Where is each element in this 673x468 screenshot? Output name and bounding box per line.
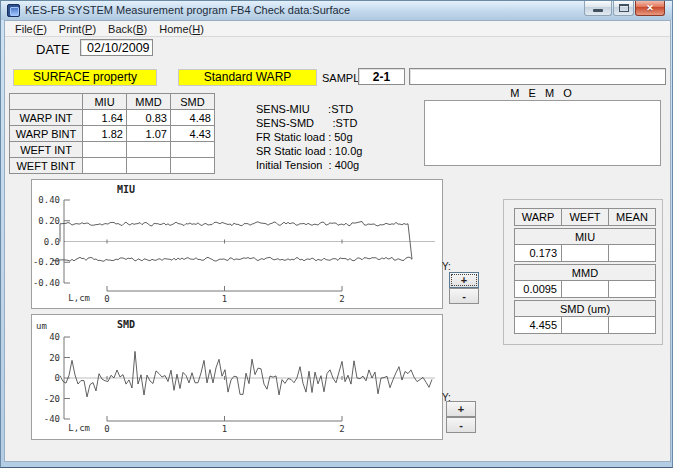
value-cell: 1.64	[83, 110, 127, 126]
result-col-weft: WEFT	[562, 209, 609, 226]
value-cell	[171, 142, 215, 158]
row-label: WARP INT	[10, 110, 83, 126]
result-section-mmd: MMD	[515, 265, 656, 281]
value-cell	[562, 317, 609, 334]
y-tick-label: 40	[49, 332, 60, 342]
minimize-icon	[593, 9, 603, 12]
y-tick-label: 0.0	[44, 237, 60, 247]
row-label: WARP BINT	[10, 126, 83, 142]
result-values-smd: 4.455	[515, 317, 656, 334]
x-tick-label: 0	[104, 424, 109, 434]
menu-item-back[interactable]: Back(B)	[102, 22, 153, 36]
miu-chart-title: MIU	[117, 184, 135, 195]
window-title: KES-FB SYSTEM Measurement program FB4 Ch…	[25, 4, 350, 16]
value-cell: 4.48	[171, 110, 215, 126]
smd-chart-title: SMD	[117, 319, 135, 330]
miu-yzoom-minus-button[interactable]: -	[449, 288, 479, 304]
y-tick-label: 0.40	[38, 195, 60, 205]
result-values-mmd: 0.0095	[515, 281, 656, 298]
smd-chart: SMD um L,cm 40200-20-40012	[32, 315, 442, 439]
close-button[interactable]: ✕	[635, 1, 665, 16]
memo-input[interactable]	[424, 100, 661, 166]
smd-yaxis-unit: um	[36, 321, 47, 331]
col-header-miu: MIU	[83, 94, 127, 110]
window-controls: ✕	[584, 1, 665, 16]
y-tick-label: -0.20	[33, 257, 60, 267]
corner-cell	[10, 94, 83, 110]
value-cell	[562, 281, 609, 298]
col-header-smd: SMD	[171, 94, 215, 110]
miu-chart: MIU L,cm 0.400.200.0-0.20-0.40012	[32, 180, 442, 308]
sample-note-field[interactable]	[409, 68, 666, 85]
menu-item-print[interactable]: Print(P)	[53, 22, 102, 36]
table-row: WARP INT 1.64 0.83 4.48	[10, 110, 215, 126]
value-cell	[609, 281, 656, 298]
value-cell	[609, 317, 656, 334]
smd-yzoom-minus-button[interactable]: -	[446, 417, 476, 433]
sensor-settings: SENS-MIU :STD SENS-SMD :STD FR Static lo…	[256, 102, 362, 172]
value-cell: 4.455	[515, 317, 562, 334]
value-cell: 0.173	[515, 245, 562, 262]
y-tick-label: -40	[44, 414, 60, 424]
table-row: WARP BINT 1.82 1.07 4.43	[10, 126, 215, 142]
memo-label: M E M O	[424, 87, 661, 99]
x-tick-label: 2	[339, 294, 344, 304]
client-area: File(F) Print(P) Back(B) Home(H) DATE 02…	[4, 20, 671, 462]
table-row: WEFT INT	[10, 142, 215, 158]
value-cell	[127, 142, 171, 158]
value-cell	[609, 245, 656, 262]
sens-line: SENS-MIU :STD	[256, 102, 362, 116]
result-values-miu: 0.173	[515, 245, 656, 262]
standard-warp-label: Standard WARP	[178, 69, 317, 86]
section-label: SMD (um)	[515, 301, 656, 317]
x-tick-label: 1	[222, 424, 227, 434]
maximize-button[interactable]	[613, 1, 634, 16]
col-header-mmd: MMD	[127, 94, 171, 110]
x-tick-label: 2	[339, 424, 344, 434]
result-section-miu: MIU	[515, 229, 656, 245]
value-cell	[171, 158, 215, 174]
menu-item-file[interactable]: File(F)	[9, 22, 53, 36]
minimize-button[interactable]	[584, 1, 612, 16]
title-bar[interactable]: KES-FB SYSTEM Measurement program FB4 Ch…	[1, 1, 672, 20]
smd-xaxis-label: L,cm	[68, 423, 90, 433]
value-cell	[562, 245, 609, 262]
miu-yzoom-plus-button[interactable]: +	[449, 272, 479, 288]
sample-field[interactable]: 2-1	[358, 68, 405, 85]
date-field[interactable]: 02/10/2009	[80, 39, 153, 56]
y-tick-label: 20	[49, 353, 60, 363]
section-label: MMD	[515, 265, 656, 281]
menu-bar: File(F) Print(P) Back(B) Home(H)	[5, 21, 670, 37]
value-cell: 1.07	[127, 126, 171, 142]
smd-yzoom-plus-button[interactable]: +	[446, 401, 476, 417]
value-cell	[83, 158, 127, 174]
miu-xaxis-label: L,cm	[68, 293, 90, 303]
result-col-warp: WARP	[515, 209, 562, 226]
y-tick-label: -20	[44, 394, 60, 404]
x-tick-label: 0	[104, 294, 109, 304]
x-tick-label: 1	[222, 294, 227, 304]
date-label: DATE	[36, 42, 70, 57]
close-icon: ✕	[636, 1, 664, 15]
result-header-row: WARP WEFT MEAN	[515, 209, 656, 226]
table-row: WEFT BINT	[10, 158, 215, 174]
value-cell	[127, 158, 171, 174]
app-window: KES-FB SYSTEM Measurement program FB4 Ch…	[0, 0, 673, 468]
y-tick-label: -0.40	[33, 278, 60, 288]
y-tick-label: 0	[55, 373, 60, 383]
app-icon	[7, 4, 20, 17]
smd-chart-panel: SMD um L,cm 40200-20-40012	[31, 314, 443, 440]
surface-property-label: SURFACE property	[13, 69, 157, 86]
value-cell: 1.82	[83, 126, 127, 142]
maximize-icon	[619, 4, 629, 12]
signal-trace	[60, 351, 432, 397]
menu-item-home[interactable]: Home(H)	[153, 22, 210, 36]
y-tick-label: 0.20	[38, 216, 60, 226]
table-header-row: MIU MMD SMD	[10, 94, 215, 110]
value-cell: 0.83	[127, 110, 171, 126]
result-col-mean: MEAN	[609, 209, 656, 226]
value-cell: 0.0095	[515, 281, 562, 298]
section-label: MIU	[515, 229, 656, 245]
sens-line: SENS-SMD :STD	[256, 116, 362, 130]
row-label: WEFT BINT	[10, 158, 83, 174]
